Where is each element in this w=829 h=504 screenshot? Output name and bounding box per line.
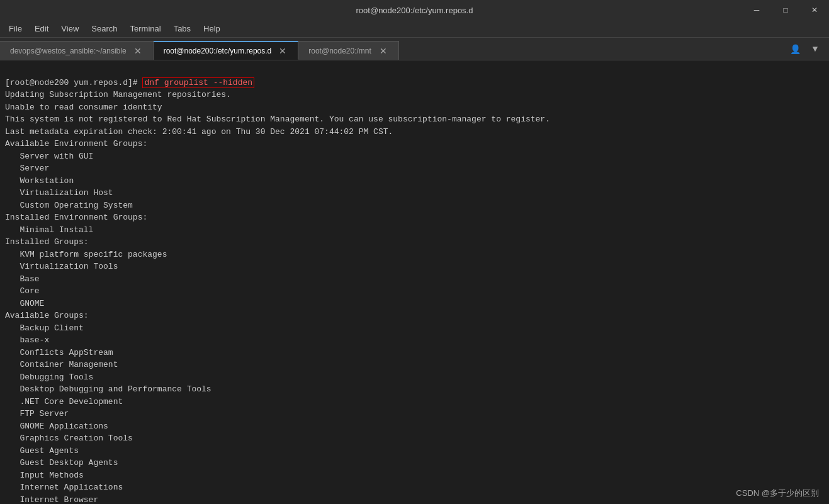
tab-devops-label: devops@westos_ansible:~/ansible <box>10 47 127 55</box>
menu-file[interactable]: File <box>3 21 28 36</box>
maximize-button[interactable]: □ <box>771 0 800 20</box>
menu-view[interactable]: View <box>55 21 85 36</box>
menu-edit[interactable]: Edit <box>28 21 55 36</box>
title-bar: root@node200:/etc/yum.repos.d ─ □ ✕ <box>0 0 829 20</box>
tab-bar: devops@westos_ansible:~/ansible ✕ root@n… <box>0 38 829 60</box>
tab-devops-close[interactable]: ✕ <box>133 46 143 56</box>
window-title: root@node200:/etc/yum.repos.d <box>356 6 473 15</box>
close-button[interactable]: ✕ <box>800 0 829 20</box>
terminal-area[interactable]: [root@node200 yum.repos.d]# dnf grouplis… <box>0 60 829 504</box>
menu-terminal[interactable]: Terminal <box>124 21 167 36</box>
tab-bar-actions: 👤 ▼ <box>786 38 829 60</box>
tab-dropdown-button[interactable]: ▼ <box>806 40 824 58</box>
menu-tabs[interactable]: Tabs <box>167 21 197 36</box>
tab-node200[interactable]: root@node200:/etc/yum.repos.d ✕ <box>154 41 299 60</box>
terminal-prompt: [root@node200 yum.repos.d]# <box>5 78 142 87</box>
new-tab-button[interactable]: 👤 <box>786 40 804 58</box>
tab-devops[interactable]: devops@westos_ansible:~/ansible ✕ <box>0 41 154 60</box>
tab-node20-mnt-close[interactable]: ✕ <box>378 46 388 56</box>
minimize-button[interactable]: ─ <box>742 0 771 20</box>
menu-search[interactable]: Search <box>85 21 123 36</box>
tab-node20-mnt[interactable]: root@node20:/mnt ✕ <box>298 41 399 60</box>
terminal-output: Updating Subscription Management reposit… <box>5 90 550 504</box>
tab-node20-mnt-label: root@node20:/mnt <box>308 47 371 55</box>
watermark-text: CSDN @多于少的区别 <box>736 488 819 498</box>
menu-bar: File Edit View Search Terminal Tabs Help <box>0 20 829 38</box>
terminal-command: dnf grouplist --hidden <box>142 77 254 88</box>
tab-node200-label: root@node200:/etc/yum.repos.d <box>164 47 272 55</box>
watermark: CSDN @多于少的区别 <box>736 488 819 499</box>
menu-help[interactable]: Help <box>197 21 227 36</box>
tab-node200-close[interactable]: ✕ <box>278 46 288 56</box>
window-controls: ─ □ ✕ <box>742 0 829 20</box>
